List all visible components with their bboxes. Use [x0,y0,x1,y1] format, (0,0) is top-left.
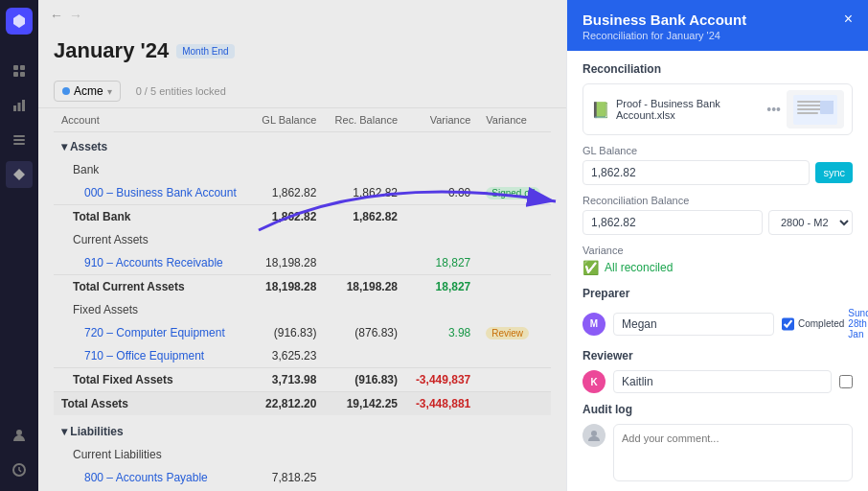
chevron-down-icon: ▾ [107,86,112,97]
svg-rect-18 [820,101,834,114]
left-sidebar [0,0,38,491]
col-var2: Variance [478,108,551,132]
comment-avatar [582,424,605,447]
section-audit-log: Audit log [582,403,853,416]
panel-header: Business Bank Account Reconciliation for… [567,0,868,51]
completed-date: Sunday, 28th Jan [848,308,868,339]
svg-rect-3 [20,72,25,77]
comment-textarea[interactable] [613,424,853,481]
completed-row: Completed Sunday, 28th Jan [782,308,868,339]
svg-rect-1 [20,65,25,70]
reviewer-section: K [582,370,853,393]
col-var1: Variance [405,108,478,132]
accounts-table: Account GL Balance Rec. Balance Variance… [54,108,551,491]
section-reconciliation: Reconciliation [582,62,853,76]
check-icon: ✅ [582,260,599,275]
right-panel: Business Bank Account Reconciliation for… [566,0,868,491]
table-row: 000 – Business Bank Account 1,862.82 1,8… [54,181,551,205]
nav-forward[interactable]: → [69,8,82,23]
total-assets: Total Assets 22,812.20 19,142.25 -3,448,… [54,392,551,416]
sidebar-icon-bottom1[interactable] [6,422,33,449]
gl-balance-row: sync [582,160,853,185]
status-badge: Signed off [486,187,540,199]
subgroup-fixed-assets: Fixed Assets [54,298,551,321]
panel-body: Reconciliation 📗 Proof - Business Bank A… [567,51,868,491]
account-link-910[interactable]: 910 – Accounts Receivable [84,256,223,269]
preparer-checkbox[interactable] [782,317,794,331]
col-account: Account [54,108,252,132]
entity-name: Acme [74,84,103,98]
completed-text: Completed [798,318,844,329]
file-menu-button[interactable]: ••• [766,102,781,117]
svg-point-10 [16,430,22,435]
reviewer-avatar: K [582,370,605,393]
account-link-000[interactable]: 000 – Business Bank Account [84,186,237,199]
sidebar-icon-diamond[interactable] [6,161,33,188]
sync-button[interactable]: sync [815,162,853,183]
preparer-avatar: M [582,313,605,336]
file-attachment: 📗 Proof - Business Bank Account.xlsx ••• [582,83,853,135]
col-gl: GL Balance [252,108,325,132]
section-reviewer: Reviewer [582,349,853,362]
svg-rect-9 [13,143,25,145]
status-badge-review: Review [486,327,529,339]
total-current-assets: Total Current Assets 18,198.28 18,198.28… [54,275,551,299]
svg-rect-0 [13,65,18,70]
rec-balance-input[interactable] [582,210,763,235]
sidebar-icon-home[interactable] [6,58,33,84]
svg-rect-7 [13,135,25,137]
table-row: 710 – Office Equipment 3,625.23 [54,344,551,368]
svg-rect-4 [13,105,16,111]
month-end-badge: Month End [176,44,234,58]
total-bank: Total Bank 1,862.82 1,862.82 [54,205,551,229]
rec-balance-row: 2800 - M2 [582,210,853,235]
close-button[interactable]: × [844,12,853,27]
section-preparer: Preparer [582,287,853,300]
svg-point-19 [591,431,597,436]
entity-selector[interactable]: Acme ▾ [54,81,121,102]
file-icon: 📗 [591,101,610,119]
account-link-720[interactable]: 720 – Computer Equipment [84,326,225,339]
svg-rect-8 [13,139,25,141]
account-link-710[interactable]: 710 – Office Equipment [84,349,204,362]
total-fixed-assets: Total Fixed Assets 3,713.98 (916.83) -3,… [54,368,551,392]
file-preview [787,90,844,129]
reviewer-row: K [582,370,853,393]
page-title: January '24 [54,38,169,63]
comment-box [582,424,853,481]
subgroup-current-assets: Current Assets [54,228,551,251]
nav-back[interactable]: ← [50,8,63,23]
table-row: 800 – Accounts Payable 7,818.25 [54,466,551,489]
reconciled-text: All reconciled [605,261,673,274]
app-logo[interactable] [6,8,33,35]
preparer-input[interactable] [613,313,774,336]
entity-dot [62,87,70,95]
sidebar-icon-bottom2[interactable] [6,456,33,483]
sidebar-icon-chart[interactable] [6,92,33,119]
toolbar: Acme ▾ 0 / 5 entities locked [38,75,566,108]
file-name: Proof - Business Bank Account.xlsx [616,98,761,121]
sidebar-icon-list[interactable] [6,127,33,153]
table-row: 720 – Computer Equipment (916.83) (876.8… [54,321,551,344]
gl-balance-label: GL Balance [582,145,853,156]
period-select[interactable]: 2800 - M2 [768,210,853,235]
reviewer-checkbox[interactable] [839,375,853,388]
panel-subtitle: Reconciliation for January '24 [582,30,746,41]
svg-rect-5 [18,103,21,111]
accounts-table-container: Account GL Balance Rec. Balance Variance… [38,108,566,491]
svg-rect-17 [797,112,818,114]
panel-title: Business Bank Account [582,12,746,28]
variance-label: Variance [582,245,853,256]
preparer-section: M Completed Sunday, 28th Jan [582,308,853,339]
entities-label: 0 / 5 entities locked [136,85,226,97]
gl-balance-input[interactable] [582,160,810,185]
svg-rect-6 [22,100,25,111]
subgroup-bank: Bank [54,158,551,181]
svg-rect-2 [13,72,18,77]
group-assets: ▾ Assets [54,132,551,159]
reviewer-input[interactable] [613,370,832,393]
group-liabilities: ▾ Liabilities [54,415,551,443]
subgroup-current-liabilities: Current Liabilities [54,443,551,466]
rec-balance-label: Reconciliation Balance [582,195,853,206]
account-link-800[interactable]: 800 – Accounts Payable [84,471,208,484]
